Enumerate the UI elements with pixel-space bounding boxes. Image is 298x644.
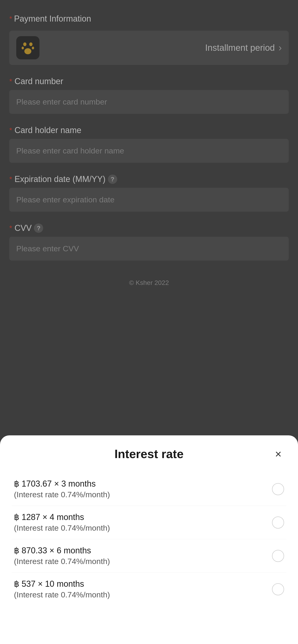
payment-section-title: Payment Information <box>14 14 91 24</box>
required-star-holder: * <box>9 126 12 135</box>
chevron-right-icon: › <box>278 42 282 53</box>
copyright-text: © Ksher 2022 <box>9 279 289 286</box>
option-rate-4: (Interest rate 0.74%/month) <box>14 590 110 599</box>
installment-option-4[interactable]: ฿ 537 × 10 months (Interest rate 0.74%/m… <box>12 572 286 606</box>
option-amount-2: ฿ 1287 × 4 months <box>14 512 110 522</box>
installment-options-list: ฿ 1703.67 × 3 months (Interest rate 0.74… <box>12 472 286 606</box>
required-star-expiry: * <box>9 175 12 184</box>
option-text-2: ฿ 1287 × 4 months (Interest rate 0.74%/m… <box>14 512 110 532</box>
required-star-payment: * <box>9 14 12 23</box>
radio-option-2[interactable] <box>272 516 284 528</box>
radio-option-4[interactable] <box>272 583 284 595</box>
cvv-help-icon[interactable]: ? <box>34 224 43 233</box>
cvv-input[interactable] <box>9 237 289 260</box>
interest-rate-sheet: Interest rate × ฿ 1703.67 × 3 months (In… <box>0 435 298 644</box>
installment-option-3[interactable]: ฿ 870.33 × 6 months (Interest rate 0.74%… <box>12 539 286 572</box>
expiry-group: * Expiration date (MM/YY) ? <box>9 174 289 212</box>
radio-option-3[interactable] <box>272 550 284 562</box>
card-holder-input[interactable] <box>9 139 289 163</box>
card-number-input[interactable] <box>9 90 289 114</box>
option-text-4: ฿ 537 × 10 months (Interest rate 0.74%/m… <box>14 579 110 599</box>
expiry-help-icon[interactable]: ? <box>108 174 117 184</box>
option-amount-1: ฿ 1703.67 × 3 months <box>14 479 110 489</box>
option-rate-3: (Interest rate 0.74%/month) <box>14 557 110 566</box>
close-button[interactable]: × <box>270 446 286 462</box>
installment-period-row[interactable]: Installment period › <box>9 30 289 65</box>
cvv-label: CVV <box>15 223 32 233</box>
svg-point-4 <box>32 46 34 50</box>
bank-logo <box>16 36 40 59</box>
installment-option-2[interactable]: ฿ 1287 × 4 months (Interest rate 0.74%/m… <box>12 506 286 539</box>
svg-point-3 <box>22 46 24 50</box>
expiry-label: Expiration date (MM/YY) <box>15 174 105 184</box>
cvv-group: * CVV ? <box>9 223 289 260</box>
radio-option-1[interactable] <box>272 483 284 495</box>
required-star-card: * <box>9 77 12 86</box>
bottom-sheet-overlay: Interest rate × ฿ 1703.67 × 3 months (In… <box>0 435 298 644</box>
expiry-input[interactable] <box>9 188 289 212</box>
card-holder-group: * Card holder name <box>9 126 289 163</box>
option-text-3: ฿ 870.33 × 6 months (Interest rate 0.74%… <box>14 546 110 566</box>
svg-point-2 <box>29 42 33 46</box>
sheet-title: Interest rate <box>114 447 184 461</box>
installment-label-row: Installment period › <box>205 42 282 53</box>
card-number-label: Card number <box>15 76 63 86</box>
card-holder-label: Card holder name <box>15 126 81 135</box>
required-star-cvv: * <box>9 224 12 232</box>
sheet-header: Interest rate × <box>12 447 286 461</box>
payment-section-header: * Payment Information <box>9 14 289 24</box>
installment-period-label: Installment period <box>205 43 275 53</box>
option-amount-3: ฿ 870.33 × 6 months <box>14 546 110 556</box>
option-rate-2: (Interest rate 0.74%/month) <box>14 524 110 532</box>
installment-option-1[interactable]: ฿ 1703.67 × 3 months (Interest rate 0.74… <box>12 472 286 506</box>
svg-point-5 <box>24 48 31 54</box>
option-amount-4: ฿ 537 × 10 months <box>14 579 110 589</box>
option-rate-1: (Interest rate 0.74%/month) <box>14 490 110 499</box>
svg-point-1 <box>23 42 27 46</box>
card-number-group: * Card number <box>9 76 289 114</box>
option-text-1: ฿ 1703.67 × 3 months (Interest rate 0.74… <box>14 479 110 499</box>
